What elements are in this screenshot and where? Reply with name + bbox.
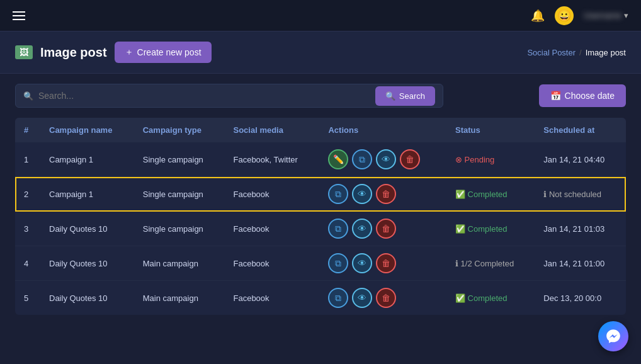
cell-campaign-name: Campaign 1 <box>40 142 134 177</box>
copy-button[interactable]: ⧉ <box>328 219 348 239</box>
cell-scheduled-at: Jan 14, 21 04:40 <box>535 142 626 177</box>
status-badge: ✅ Completed <box>455 190 526 199</box>
cell-campaign-name: Campaign 1 <box>40 177 134 212</box>
cell-social-media: Facebook <box>224 212 319 246</box>
cell-index: 5 <box>15 281 40 316</box>
username-text: Username <box>584 11 621 20</box>
col-status: Status <box>446 118 535 142</box>
page-title-area: 🖼 Image post ＋ Create new post <box>15 42 212 63</box>
col-campaign-type: Campaign type <box>134 118 225 142</box>
cell-status: ℹ 1/2 Completed <box>446 246 535 281</box>
create-new-post-button[interactable]: ＋ Create new post <box>115 42 212 63</box>
search-row: 🔍 🔍 Search 📅 Choose date <box>15 84 626 108</box>
copy-button[interactable]: ⧉ <box>328 184 348 204</box>
cell-social-media: Facebook <box>224 177 319 212</box>
page-title: Image post <box>40 45 107 60</box>
search-btn-icon: 🔍 <box>385 91 395 101</box>
cell-scheduled-at: Jan 14, 21 01:00 <box>535 246 626 281</box>
not-scheduled-label: ℹ Not scheduled <box>543 190 617 199</box>
cell-index: 3 <box>15 212 40 246</box>
bell-icon[interactable]: 🔔 <box>531 9 545 23</box>
view-button[interactable]: 👁 <box>352 288 372 308</box>
cell-social-media: Facebook, Twitter <box>224 142 319 177</box>
table-row: 1Campaign 1Single campaignFacebook, Twit… <box>15 142 626 177</box>
col-actions: Actions <box>319 118 446 142</box>
cell-index: 4 <box>15 246 40 281</box>
choose-date-button[interactable]: 📅 Choose date <box>539 84 626 107</box>
view-button[interactable]: 👁 <box>352 219 372 239</box>
delete-button[interactable]: 🗑 <box>376 288 396 308</box>
search-icon: 🔍 <box>23 91 33 101</box>
cell-actions: ⧉👁🗑 <box>319 212 446 246</box>
cell-social-media: Facebook <box>224 281 319 316</box>
breadcrumb-current: Image post <box>586 48 626 57</box>
table-row: 5Daily Quotes 10Main campaignFacebook⧉👁🗑… <box>15 281 626 316</box>
table-header-row: # Campaign name Campaign type Social med… <box>15 118 626 142</box>
cell-scheduled-at: Dec 13, 20 00:0 <box>535 281 626 316</box>
campaigns-table-wrap: # Campaign name Campaign type Social med… <box>15 118 626 315</box>
cell-campaign-name: Daily Quotes 10 <box>40 246 134 281</box>
topnav: 🔔 😀 Username ▾ <box>0 0 641 31</box>
col-social-media: Social media <box>224 118 319 142</box>
hamburger-menu[interactable] <box>13 11 25 20</box>
cell-status: ✅ Completed <box>446 212 535 246</box>
status-badge: ✅ Completed <box>455 224 526 234</box>
col-campaign-name: Campaign name <box>40 118 134 142</box>
topnav-left <box>13 11 25 20</box>
cell-campaign-name: Daily Quotes 10 <box>40 281 134 316</box>
breadcrumb-parent-link[interactable]: Social Poster <box>527 48 576 57</box>
status-badge: ✅ Completed <box>455 293 526 303</box>
breadcrumb: Social Poster / Image post <box>527 48 626 57</box>
delete-button[interactable]: 🗑 <box>376 184 396 204</box>
cell-actions: ⧉👁🗑 <box>319 177 446 212</box>
page-icon: 🖼 <box>15 45 33 59</box>
topnav-right: 🔔 😀 Username ▾ <box>531 6 628 25</box>
delete-button[interactable]: 🗑 <box>376 219 396 239</box>
page-header: 🖼 Image post ＋ Create new post Social Po… <box>0 31 641 74</box>
search-button[interactable]: 🔍 Search <box>375 86 435 106</box>
plus-icon: ＋ <box>125 47 133 58</box>
delete-button[interactable]: 🗑 <box>376 253 396 273</box>
search-input[interactable] <box>33 84 375 107</box>
col-index: # <box>15 118 40 142</box>
col-scheduled-at: Scheduled at <box>535 118 626 142</box>
edit-button[interactable]: ✏️ <box>328 149 348 169</box>
cell-campaign-name: Daily Quotes 10 <box>40 212 134 246</box>
cell-scheduled-at: ℹ Not scheduled <box>535 177 626 212</box>
cell-actions: ⧉👁🗑 <box>319 246 446 281</box>
search-input-wrap: 🔍 🔍 Search <box>15 84 443 108</box>
choose-date-label: Choose date <box>565 91 615 101</box>
delete-button[interactable]: 🗑 <box>400 149 420 169</box>
calendar-icon: 📅 <box>550 91 561 101</box>
table-row: 2Campaign 1Single campaignFacebook⧉👁🗑✅ C… <box>15 177 626 212</box>
cell-actions: ⧉👁🗑 <box>319 281 446 316</box>
cell-index: 1 <box>15 142 40 177</box>
table-row: 3Daily Quotes 10Single campaignFacebook⧉… <box>15 212 626 246</box>
status-badge: ⊗ Pending <box>455 155 526 164</box>
chevron-down-icon: ▾ <box>624 11 628 20</box>
cell-status: ✅ Completed <box>446 177 535 212</box>
cell-status: ✅ Completed <box>446 281 535 316</box>
breadcrumb-separator: / <box>579 48 582 57</box>
avatar: 😀 <box>555 6 574 25</box>
username-display[interactable]: Username ▾ <box>584 11 628 20</box>
view-button[interactable]: 👁 <box>352 184 372 204</box>
cell-campaign-type: Single campaign <box>134 177 225 212</box>
cell-campaign-type: Single campaign <box>134 212 225 246</box>
cell-campaign-type: Main campaign <box>134 246 225 281</box>
campaigns-table: # Campaign name Campaign type Social med… <box>15 118 626 315</box>
view-button[interactable]: 👁 <box>352 253 372 273</box>
copy-button[interactable]: ⧉ <box>328 288 348 308</box>
table-row: 4Daily Quotes 10Main campaignFacebook⧉👁🗑… <box>15 246 626 281</box>
cell-actions: ✏️⧉👁🗑 <box>319 142 446 177</box>
cell-index: 2 <box>15 177 40 212</box>
messenger-bubble[interactable] <box>598 321 628 351</box>
copy-button[interactable]: ⧉ <box>352 149 372 169</box>
view-button[interactable]: 👁 <box>376 149 396 169</box>
copy-button[interactable]: ⧉ <box>328 253 348 273</box>
cell-campaign-type: Single campaign <box>134 142 225 177</box>
cell-scheduled-at: Jan 14, 21 01:03 <box>535 212 626 246</box>
main-content: 🔍 🔍 Search 📅 Choose date # Campaign name… <box>0 74 641 325</box>
cell-status: ⊗ Pending <box>446 142 535 177</box>
create-btn-label: Create new post <box>137 47 201 57</box>
